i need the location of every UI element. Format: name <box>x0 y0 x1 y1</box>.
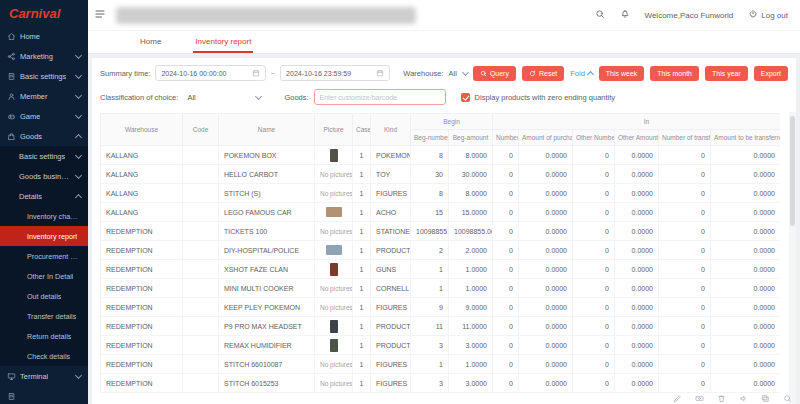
logout-button[interactable]: Log out <box>748 9 788 21</box>
cell-number: 0 <box>493 374 519 393</box>
sidebar-item-check-details[interactable]: Check details <box>0 346 88 366</box>
no-picture-text: No pictures <box>320 285 353 292</box>
search-icon[interactable] <box>595 9 605 21</box>
date-from-input[interactable]: 2024-10-16 00:00:00 <box>155 65 265 81</box>
cell-kind: POKEMON <box>371 146 411 165</box>
vertical-scrollbar[interactable] <box>789 112 796 404</box>
cell-number: 0 <box>493 184 519 203</box>
cell-amount-of-purchase: 0.0000 <box>519 146 573 165</box>
classification-select[interactable]: All <box>183 93 265 102</box>
this-year-button[interactable]: This year <box>705 66 748 81</box>
cell-number: 0 <box>493 241 519 260</box>
sidebar-item-basic-settings[interactable]: Basic settings <box>0 146 88 166</box>
sidebar-item-procurement-detail-table[interactable]: Procurement Detail Table <box>0 246 88 266</box>
cell-kind: PRODUCTS <box>371 241 411 260</box>
sidebar-item-terminal[interactable]: Terminal <box>0 366 88 386</box>
scrollbar-thumb[interactable] <box>790 116 795 226</box>
sidebar-item-item[interactable] <box>0 386 88 404</box>
sidebar-item-return-details[interactable]: Return details <box>0 326 88 346</box>
cell-case: 1 <box>353 336 371 355</box>
cell-amount-to-be-transferred: 0.0000 <box>711 222 781 241</box>
cell-case: 1 <box>353 317 371 336</box>
col-number: Number <box>493 130 519 146</box>
table-row: KALLANGLEGO FAMOUS CAR1ACHO1515.000000.0… <box>101 203 781 222</box>
cell-amount-to-be-transferred: 0.0000 <box>711 203 781 222</box>
col-code: Code <box>183 114 219 146</box>
sidebar-item-basic-settings[interactable]: Basic settings <box>0 66 88 86</box>
sidebar-item-marketing[interactable]: Marketing <box>0 46 88 66</box>
cell-case: 1 <box>353 279 371 298</box>
table-row: REDEMPTIONP9 PRO MAX HEADSET1PRODUCTS111… <box>101 317 781 336</box>
cell-number-of-transfers: 0 <box>659 374 711 393</box>
member-icon <box>7 92 16 101</box>
sidebar-item-goods[interactable]: Goods <box>0 126 88 146</box>
this-week-button[interactable]: This week <box>599 66 645 81</box>
sidebar-item-other-in-detail[interactable]: Other In Detail <box>0 266 88 286</box>
tab-inventory-report[interactable]: Inventory report <box>193 31 253 53</box>
cell-warehouse: REDEMPTION <box>101 317 183 336</box>
cell-beg-amount: 8.0000 <box>449 146 493 165</box>
cell-other-number: 0 <box>573 355 615 374</box>
bell-icon[interactable] <box>620 9 630 21</box>
topbar: Welcome,Paco Funworld Log out <box>88 0 800 31</box>
marketing-icon <box>7 52 16 61</box>
cell-kind: FIGURES <box>371 298 411 317</box>
col-beg-number: Beg-number <box>411 130 449 146</box>
cell-amount-to-be-transferred: 0.0000 <box>711 279 781 298</box>
sidebar-item-out-details[interactable]: Out details <box>0 286 88 306</box>
goods-input[interactable] <box>314 89 446 105</box>
sidebar-item-goods-business[interactable]: Goods business <box>0 166 88 186</box>
query-button[interactable]: Query <box>473 66 516 81</box>
volume-icon[interactable] <box>739 394 748 403</box>
cell-code <box>183 165 219 184</box>
sidebar-item-member[interactable]: Member <box>0 86 88 106</box>
windows-icon[interactable] <box>761 394 770 403</box>
cell-warehouse: REDEMPTION <box>101 260 183 279</box>
cell-other-amount: 0.0000 <box>615 374 659 393</box>
sidebar-item-details[interactable]: Details <box>0 186 88 206</box>
sidebar-item-game[interactable]: Game <box>0 106 88 126</box>
warehouse-label: Warehouse: <box>403 69 443 78</box>
product-thumbnail <box>330 263 338 276</box>
date-to-input[interactable]: 2024-10-16 23:59:59 <box>280 65 390 81</box>
no-picture-text: No pictures <box>320 228 353 235</box>
no-picture-text: No pictures <box>320 190 353 197</box>
no-picture-text: No pictures <box>320 171 353 178</box>
menu-toggle-icon[interactable] <box>94 6 106 24</box>
cell-kind: GUNS <box>371 260 411 279</box>
export-button[interactable]: Export <box>754 66 788 81</box>
warehouse-select[interactable]: All <box>449 69 468 78</box>
sidebar-item-inventory-report[interactable]: Inventory report <box>0 226 88 246</box>
content: Summary time: 2024-10-16 00:00:00 ~ 2024… <box>88 54 800 404</box>
cell-number: 0 <box>493 298 519 317</box>
zero-quantity-checkbox[interactable] <box>461 93 470 102</box>
reset-button[interactable]: Reset <box>522 66 564 81</box>
cell-name: REMAX HUMIDIFIER <box>219 336 315 355</box>
pen-icon[interactable] <box>673 394 682 403</box>
this-month-button[interactable]: This month <box>650 66 699 81</box>
cell-other-number: 0 <box>573 279 615 298</box>
fold-link[interactable]: Fold <box>570 69 593 78</box>
sidebar-item-inventory-change-details[interactable]: Inventory change details <box>0 206 88 226</box>
cell-beg-amount: 8.0000 <box>449 184 493 203</box>
product-thumbnail <box>330 149 338 162</box>
cell-number-of-transfers: 0 <box>659 146 711 165</box>
trash-icon[interactable] <box>717 394 726 403</box>
cell-name: POKEMON BOX <box>219 146 315 165</box>
sidebar-item-home[interactable]: Home <box>0 26 88 46</box>
tab-home[interactable]: Home <box>138 31 163 53</box>
zoom-icon[interactable] <box>783 394 792 403</box>
cell-amount-of-purchase: 0.0000 <box>519 203 573 222</box>
sidebar-item-transfer-details[interactable]: Transfer details <box>0 306 88 326</box>
cell-kind: TOY <box>371 165 411 184</box>
cell-picture: No pictures <box>315 279 353 298</box>
col-other-number: Other Number <box>573 130 615 146</box>
table-row: KALLANGSTITCH (S)No pictures1FIGURES88.0… <box>101 184 781 203</box>
col-name: Name <box>219 114 315 146</box>
table-row: REDEMPTIONMINI MULTI COOKERNo pictures1C… <box>101 279 781 298</box>
banknote-icon[interactable] <box>695 394 704 403</box>
table-row: REDEMPTIONSTITCH 66010087No pictures1FIG… <box>101 355 781 374</box>
cell-case: 1 <box>353 374 371 393</box>
cell-amount-of-purchase: 0.0000 <box>519 184 573 203</box>
cell-code <box>183 184 219 203</box>
